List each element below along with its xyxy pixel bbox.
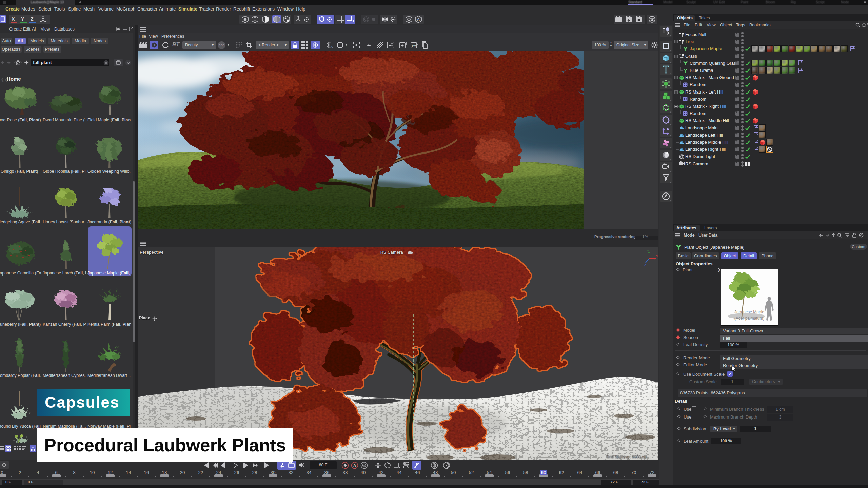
svg-text:A: A xyxy=(417,17,420,21)
svg-text:PV: PV xyxy=(412,44,416,47)
svg-text:X: X xyxy=(656,255,658,258)
svg-text:Z: Z xyxy=(644,263,646,267)
svg-text:Y: Y xyxy=(647,249,649,252)
svg-text:(Acer palmatum): (Acer palmatum) xyxy=(734,316,765,321)
svg-text:Japanese Maple: Japanese Maple xyxy=(734,310,764,314)
svg-text:G: G xyxy=(331,45,333,48)
svg-text:A: A xyxy=(353,463,356,468)
